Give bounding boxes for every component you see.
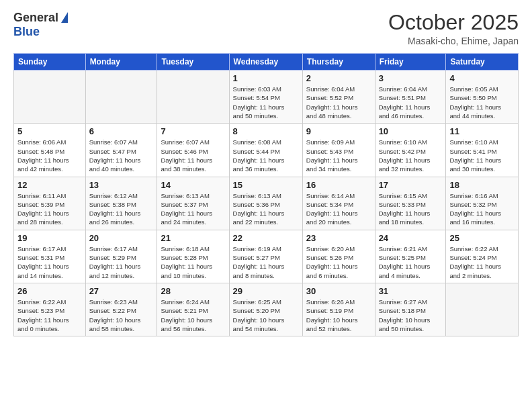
calendar-cell: 30Sunrise: 6:26 AM Sunset: 5:19 PM Dayli… <box>302 283 375 336</box>
day-info: Sunrise: 6:17 AM Sunset: 5:31 PM Dayligh… <box>17 244 82 280</box>
day-info: Sunrise: 6:21 AM Sunset: 5:25 PM Dayligh… <box>379 244 443 280</box>
day-number: 19 <box>17 233 82 243</box>
month-title: October 2025 <box>388 11 519 34</box>
day-number: 7 <box>161 126 225 136</box>
logo-blue-text: Blue <box>13 25 40 39</box>
calendar-cell: 8Sunrise: 6:08 AM Sunset: 5:44 PM Daylig… <box>229 124 302 177</box>
calendar-cell: 13Sunrise: 6:12 AM Sunset: 5:38 PM Dayli… <box>85 177 157 230</box>
calendar-cell: 23Sunrise: 6:20 AM Sunset: 5:26 PM Dayli… <box>302 230 375 283</box>
weekday-header-row: SundayMondayTuesdayWednesdayThursdayFrid… <box>14 54 519 71</box>
day-info: Sunrise: 6:04 AM Sunset: 5:52 PM Dayligh… <box>306 85 371 120</box>
page: General Blue October 2025 Masaki-cho, Eh… <box>0 0 532 411</box>
calendar-cell: 11Sunrise: 6:10 AM Sunset: 5:41 PM Dayli… <box>446 124 519 177</box>
day-info: Sunrise: 6:14 AM Sunset: 5:34 PM Dayligh… <box>306 191 371 227</box>
calendar-cell <box>157 71 229 124</box>
day-info: Sunrise: 6:17 AM Sunset: 5:29 PM Dayligh… <box>89 244 154 280</box>
day-number: 26 <box>17 286 82 296</box>
day-info: Sunrise: 6:16 AM Sunset: 5:32 PM Dayligh… <box>449 191 515 227</box>
calendar-cell: 15Sunrise: 6:13 AM Sunset: 5:36 PM Dayli… <box>229 177 302 230</box>
calendar-week-row: 1Sunrise: 6:03 AM Sunset: 5:54 PM Daylig… <box>14 71 519 124</box>
day-number: 6 <box>89 126 154 136</box>
day-number: 16 <box>306 180 371 190</box>
day-number: 2 <box>306 73 371 83</box>
calendar-cell: 28Sunrise: 6:24 AM Sunset: 5:21 PM Dayli… <box>157 283 229 336</box>
day-info: Sunrise: 6:11 AM Sunset: 5:39 PM Dayligh… <box>17 191 82 227</box>
day-info: Sunrise: 6:18 AM Sunset: 5:28 PM Dayligh… <box>161 244 225 280</box>
calendar-cell: 16Sunrise: 6:14 AM Sunset: 5:34 PM Dayli… <box>302 177 375 230</box>
day-number: 9 <box>306 126 371 136</box>
day-info: Sunrise: 6:09 AM Sunset: 5:43 PM Dayligh… <box>306 138 371 173</box>
calendar-cell: 7Sunrise: 6:07 AM Sunset: 5:46 PM Daylig… <box>157 124 229 177</box>
calendar-week-row: 12Sunrise: 6:11 AM Sunset: 5:39 PM Dayli… <box>14 177 519 230</box>
day-info: Sunrise: 6:22 AM Sunset: 5:23 PM Dayligh… <box>17 298 82 333</box>
calendar-cell <box>14 71 86 124</box>
day-info: Sunrise: 6:25 AM Sunset: 5:20 PM Dayligh… <box>233 298 299 333</box>
header: General Blue October 2025 Masaki-cho, Eh… <box>13 11 519 46</box>
day-info: Sunrise: 6:13 AM Sunset: 5:37 PM Dayligh… <box>161 191 225 227</box>
day-number: 18 <box>449 180 515 190</box>
calendar-cell: 1Sunrise: 6:03 AM Sunset: 5:54 PM Daylig… <box>229 71 302 124</box>
day-number: 21 <box>161 233 225 243</box>
day-number: 24 <box>379 233 443 243</box>
calendar-cell: 2Sunrise: 6:04 AM Sunset: 5:52 PM Daylig… <box>302 71 375 124</box>
calendar-cell: 10Sunrise: 6:10 AM Sunset: 5:42 PM Dayli… <box>375 124 446 177</box>
day-number: 25 <box>449 233 515 243</box>
day-info: Sunrise: 6:12 AM Sunset: 5:38 PM Dayligh… <box>89 191 154 227</box>
calendar-cell: 21Sunrise: 6:18 AM Sunset: 5:28 PM Dayli… <box>157 230 229 283</box>
day-number: 28 <box>161 286 225 296</box>
calendar-cell: 3Sunrise: 6:04 AM Sunset: 5:51 PM Daylig… <box>375 71 446 124</box>
day-info: Sunrise: 6:07 AM Sunset: 5:47 PM Dayligh… <box>89 138 154 173</box>
calendar-cell: 18Sunrise: 6:16 AM Sunset: 5:32 PM Dayli… <box>446 177 519 230</box>
logo-triangle-icon <box>61 12 68 23</box>
day-info: Sunrise: 6:15 AM Sunset: 5:33 PM Dayligh… <box>379 191 443 227</box>
day-number: 4 <box>449 73 515 83</box>
calendar-week-row: 26Sunrise: 6:22 AM Sunset: 5:23 PM Dayli… <box>14 283 519 336</box>
day-info: Sunrise: 6:08 AM Sunset: 5:44 PM Dayligh… <box>233 138 299 173</box>
location: Masaki-cho, Ehime, Japan <box>388 36 519 46</box>
weekday-header-sunday: Sunday <box>14 54 86 71</box>
day-info: Sunrise: 6:05 AM Sunset: 5:50 PM Dayligh… <box>449 85 515 120</box>
day-info: Sunrise: 6:23 AM Sunset: 5:22 PM Dayligh… <box>89 298 154 333</box>
calendar-cell: 5Sunrise: 6:06 AM Sunset: 5:48 PM Daylig… <box>14 124 86 177</box>
day-number: 31 <box>379 286 443 296</box>
day-info: Sunrise: 6:07 AM Sunset: 5:46 PM Dayligh… <box>161 138 225 173</box>
weekday-header-friday: Friday <box>375 54 446 71</box>
day-number: 11 <box>449 126 515 136</box>
day-number: 13 <box>89 180 154 190</box>
calendar-cell: 14Sunrise: 6:13 AM Sunset: 5:37 PM Dayli… <box>157 177 229 230</box>
day-number: 29 <box>233 286 299 296</box>
day-info: Sunrise: 6:20 AM Sunset: 5:26 PM Dayligh… <box>306 244 371 280</box>
day-number: 10 <box>379 126 443 136</box>
day-number: 3 <box>379 73 443 83</box>
day-number: 22 <box>233 233 299 243</box>
calendar-cell: 4Sunrise: 6:05 AM Sunset: 5:50 PM Daylig… <box>446 71 519 124</box>
calendar-cell: 25Sunrise: 6:22 AM Sunset: 5:24 PM Dayli… <box>446 230 519 283</box>
day-info: Sunrise: 6:27 AM Sunset: 5:18 PM Dayligh… <box>379 298 443 333</box>
weekday-header-saturday: Saturday <box>446 54 519 71</box>
day-number: 20 <box>89 233 154 243</box>
logo-general-text: General <box>13 11 58 25</box>
day-number: 15 <box>233 180 299 190</box>
calendar-cell: 29Sunrise: 6:25 AM Sunset: 5:20 PM Dayli… <box>229 283 302 336</box>
calendar-cell: 20Sunrise: 6:17 AM Sunset: 5:29 PM Dayli… <box>85 230 157 283</box>
day-info: Sunrise: 6:04 AM Sunset: 5:51 PM Dayligh… <box>379 85 443 120</box>
calendar-week-row: 19Sunrise: 6:17 AM Sunset: 5:31 PM Dayli… <box>14 230 519 283</box>
calendar-cell: 6Sunrise: 6:07 AM Sunset: 5:47 PM Daylig… <box>85 124 157 177</box>
day-info: Sunrise: 6:13 AM Sunset: 5:36 PM Dayligh… <box>233 191 299 227</box>
day-info: Sunrise: 6:03 AM Sunset: 5:54 PM Dayligh… <box>233 85 299 120</box>
logo: General Blue <box>13 11 68 39</box>
day-info: Sunrise: 6:24 AM Sunset: 5:21 PM Dayligh… <box>161 298 225 333</box>
day-number: 14 <box>161 180 225 190</box>
day-number: 8 <box>233 126 299 136</box>
day-number: 30 <box>306 286 371 296</box>
calendar-week-row: 5Sunrise: 6:06 AM Sunset: 5:48 PM Daylig… <box>14 124 519 177</box>
day-info: Sunrise: 6:10 AM Sunset: 5:42 PM Dayligh… <box>379 138 443 173</box>
calendar-cell: 26Sunrise: 6:22 AM Sunset: 5:23 PM Dayli… <box>14 283 86 336</box>
calendar-cell: 17Sunrise: 6:15 AM Sunset: 5:33 PM Dayli… <box>375 177 446 230</box>
calendar-cell: 12Sunrise: 6:11 AM Sunset: 5:39 PM Dayli… <box>14 177 86 230</box>
calendar-cell <box>85 71 157 124</box>
weekday-header-thursday: Thursday <box>302 54 375 71</box>
calendar-cell: 27Sunrise: 6:23 AM Sunset: 5:22 PM Dayli… <box>85 283 157 336</box>
day-info: Sunrise: 6:22 AM Sunset: 5:24 PM Dayligh… <box>449 244 515 280</box>
weekday-header-wednesday: Wednesday <box>229 54 302 71</box>
